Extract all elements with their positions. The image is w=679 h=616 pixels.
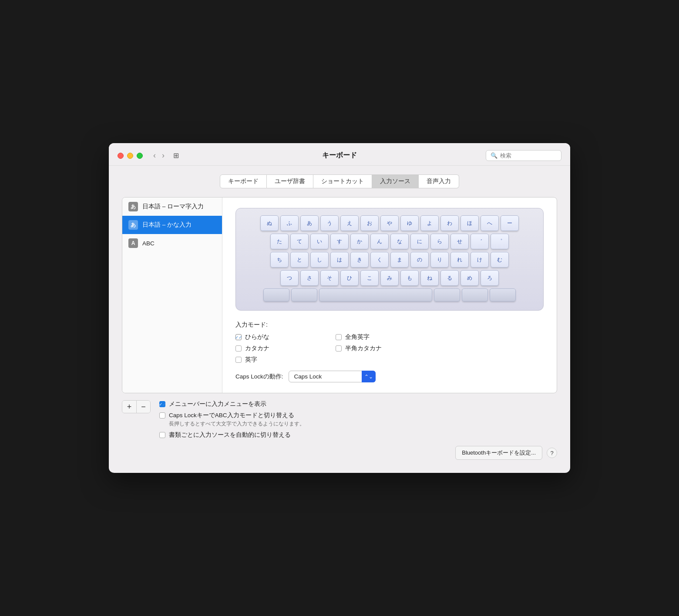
- key-me: め: [461, 270, 479, 286]
- nav-buttons: ‹ ›: [151, 150, 166, 161]
- kbd-row-2: た て い す か ん な に ら せ ゛ ゜: [245, 234, 534, 249]
- show-menu-checkbox[interactable]: ✓: [159, 401, 165, 407]
- halfwidth-katakana-checkbox[interactable]: [336, 345, 342, 352]
- key-chi: ち: [270, 252, 289, 268]
- alpha-label: 英字: [245, 356, 257, 364]
- abc-label: ABC: [142, 240, 155, 247]
- traffic-lights: [118, 153, 143, 159]
- key-te: て: [290, 234, 309, 249]
- mode-hiragana: ✓ ひらがな: [235, 333, 323, 341]
- kana-icon: あ: [128, 220, 138, 230]
- auto-switch-checkbox[interactable]: [159, 432, 165, 438]
- footer: Bluetoothキーボードを設定... ?: [122, 446, 557, 460]
- search-input[interactable]: [500, 152, 557, 159]
- mode-grid: ✓ ひらがな 全角英字 カタカナ: [235, 333, 544, 364]
- key-yo: よ: [420, 215, 439, 231]
- key-ne: ね: [420, 270, 439, 286]
- halfwidth-katakana-label: 半角カタカナ: [345, 345, 382, 352]
- auto-switch-option: 書類ごとに入力ソースを自動的に切り替える: [159, 431, 305, 439]
- mode-katakana: カタカナ: [235, 345, 323, 352]
- hiragana-checkbox[interactable]: ✓: [235, 334, 242, 340]
- search-icon: 🔍: [491, 152, 497, 159]
- right-panel: ぬ ふ あ う え お や ゆ よ わ ほ へ ー: [222, 198, 557, 393]
- bottom-checkboxes: ✓ メニューバーに入力メニューを表示 Caps LockキーでABC入力モードと…: [159, 400, 305, 439]
- forward-button[interactable]: ›: [160, 150, 166, 161]
- caps-lock-select[interactable]: Caps Lock 英字入力モードに切り替える: [289, 371, 376, 382]
- key-na: な: [390, 234, 409, 249]
- key-fn3: [434, 288, 460, 301]
- mode-alpha: 英字: [235, 356, 323, 364]
- sidebar-item-romaji[interactable]: あ 日本語 – ローマ字入力: [122, 198, 222, 216]
- minimize-button[interactable]: [127, 153, 133, 159]
- kana-label: 日本語 – かな入力: [142, 221, 192, 229]
- key-tsu: つ: [280, 270, 299, 286]
- key-ru: る: [440, 270, 459, 286]
- key-prolonged: ー: [501, 215, 519, 231]
- key-space: [319, 288, 432, 301]
- kbd-row-3: ち と し は き く ま の り れ け む: [245, 252, 534, 268]
- back-button[interactable]: ‹: [151, 150, 158, 161]
- mode-halfwidth-katakana: 半角カタカナ: [336, 345, 423, 352]
- key-ma: ま: [390, 252, 409, 268]
- key-ko: こ: [360, 270, 379, 286]
- show-menu-text: メニューバーに入力メニューを表示: [169, 400, 266, 408]
- tab-userdic[interactable]: ユーザ辞書: [267, 174, 313, 188]
- caps-lock-switch-checkbox[interactable]: [159, 412, 165, 418]
- key-wa: わ: [440, 215, 459, 231]
- main-area: あ 日本語 – ローマ字入力 あ 日本語 – かな入力 A ABC ぬ: [122, 197, 557, 393]
- auto-switch-label: 書類ごとに入力ソースを自動的に切り替える: [169, 431, 291, 439]
- key-to: と: [290, 252, 309, 268]
- key-fn5: [490, 288, 516, 301]
- tab-keyboard[interactable]: キーボード: [220, 174, 267, 188]
- key-ke: け: [471, 252, 489, 268]
- help-button[interactable]: ?: [547, 448, 557, 458]
- add-button[interactable]: +: [122, 401, 136, 413]
- tab-input-source[interactable]: 入力ソース: [372, 174, 419, 188]
- zoom-button[interactable]: [137, 153, 143, 159]
- key-so: そ: [320, 270, 339, 286]
- remove-button[interactable]: −: [136, 401, 150, 413]
- caps-lock-select-wrapper: Caps Lock 英字入力モードに切り替える ⌃⌄: [289, 371, 376, 382]
- hiragana-label: ひらがな: [245, 333, 269, 341]
- caps-lock-row: Caps Lockの動作: Caps Lock 英字入力モードに切り替える ⌃⌄: [235, 371, 544, 382]
- tab-shortcut[interactable]: ショートカット: [313, 174, 372, 188]
- tab-voice[interactable]: 音声入力: [419, 174, 459, 188]
- auto-switch-text: 書類ごとに入力ソースを自動的に切り替える: [169, 431, 291, 439]
- bluetooth-button[interactable]: Bluetoothキーボードを設定...: [455, 446, 542, 460]
- caps-lock-switch-label: Caps LockキーでABC入力モードと切り替える: [169, 412, 305, 419]
- key-dakuten: ゛: [471, 234, 489, 249]
- close-button[interactable]: [118, 153, 124, 159]
- key-ka: か: [350, 234, 369, 249]
- keyboard-visual: ぬ ふ あ う え お や ゆ よ わ ほ へ ー: [235, 208, 544, 311]
- key-su: す: [330, 234, 349, 249]
- sidebar-item-abc[interactable]: A ABC: [122, 234, 222, 252]
- key-n: ん: [370, 234, 389, 249]
- key-fn1: [263, 288, 289, 301]
- key-ra: ら: [430, 234, 449, 249]
- key-ya: や: [380, 215, 399, 231]
- katakana-checkbox[interactable]: [235, 345, 242, 352]
- search-box: 🔍: [486, 150, 561, 161]
- key-mi: み: [380, 270, 399, 286]
- input-mode-section: 入力モード: ✓ ひらがな 全角英字: [235, 321, 544, 364]
- grid-icon: ⊞: [173, 151, 179, 160]
- key-ha: は: [330, 252, 349, 268]
- key-ni: に: [410, 234, 429, 249]
- romaji-icon: あ: [128, 202, 138, 211]
- tab-bar: キーボード ユーザ辞書 ショートカット 入力ソース 音声入力: [122, 174, 557, 188]
- bottom-bar: + − ✓ メニューバーに入力メニューを表示 Caps LockキーでABC入力…: [122, 400, 557, 439]
- key-mo: も: [400, 270, 419, 286]
- mode-fullwidth-alpha: 全角英字: [336, 333, 423, 341]
- show-menu-option: ✓ メニューバーに入力メニューを表示: [159, 400, 305, 408]
- key-shi: し: [310, 252, 329, 268]
- key-i: い: [310, 234, 329, 249]
- key-e: え: [340, 215, 359, 231]
- key-fn2: [291, 288, 317, 301]
- main-window: ‹ › ⊞ キーボード 🔍 キーボード ユーザ辞書 ショートカット 入力ソース …: [109, 143, 570, 473]
- sidebar-item-kana[interactable]: あ 日本語 – かな入力: [122, 216, 222, 234]
- alpha-checkbox[interactable]: [235, 357, 242, 363]
- key-no: の: [410, 252, 429, 268]
- add-remove-buttons: + −: [122, 400, 151, 413]
- key-ku: く: [370, 252, 389, 268]
- fullwidth-alpha-checkbox[interactable]: [336, 334, 342, 340]
